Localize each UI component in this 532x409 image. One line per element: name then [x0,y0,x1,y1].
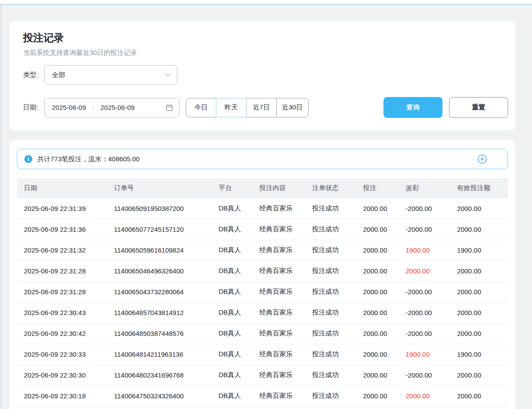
cell-valid_bet: 2000.00 [457,281,508,302]
cell-date: 2025-06-09 22:31:28 [17,261,114,281]
cell-status: 投注成功 [312,198,363,219]
cell-bet: 2000.00 [363,198,406,219]
cell-content: 经典百家乐 [259,344,312,365]
quick-date-last7[interactable]: 近7日 [246,98,277,117]
cell-status: 投注成功 [312,365,363,386]
quick-date-today[interactable]: 今日 [186,98,216,117]
cell-payout: -2000.00 [406,323,457,344]
cell-date: 2025-06-09 22:31:32 [17,240,114,261]
cell-order_no: 1140064814211963136 [114,344,219,365]
cell-order_no: 1140065046496326400 [114,261,219,281]
query-button[interactable]: 查询 [383,97,442,118]
cell-status: 投注成功 [312,240,363,261]
cell-platform: DB真人 [219,386,259,406]
cell-order_no: 1140065043732280064 [114,281,219,302]
table-row: 2025-06-09 22:31:281140065043732280064DB… [17,281,508,302]
cell-date: 2025-06-09 22:30:43 [17,302,114,323]
quick-date-yesterday[interactable]: 昨天 [216,98,246,117]
reset-button[interactable]: 重置 [449,97,508,118]
column-header: 投注 [363,178,406,198]
column-header: 日期 [17,178,114,198]
cell-platform: DB真人 [219,240,259,261]
table-row: 2025-06-09 22:31:391140065091950387200DB… [17,198,508,219]
cell-platform: DB真人 [219,344,259,365]
cell-valid_bet: 2000.00 [457,219,508,240]
cell-date: 2025-06-09 22:31:36 [17,219,114,240]
cell-platform: DB真人 [219,323,259,344]
cell-platform: DB真人 [219,219,259,240]
cell-order_no: 1140065091950387200 [114,198,219,219]
quick-date-last30[interactable]: 近30日 [276,98,309,117]
cell-status: 投注成功 [312,386,363,406]
cell-bet: 2000.00 [363,261,406,281]
cell-content: 经典百家乐 [259,365,312,386]
date-range-input[interactable]: 2025-06-09 - 2025-06-09 [44,98,180,117]
cell-platform: DB真人 [219,198,259,219]
cell-bet: 2000.00 [363,344,406,365]
cell-content: 经典百家乐 [259,302,312,323]
cell-valid_bet: 2000.00 [457,365,508,386]
column-header: 注单状态 [312,178,363,198]
date-separator: - [92,104,94,111]
cell-date: 2025-06-09 22:30:33 [17,344,114,365]
cell-status: 投注成功 [312,302,363,323]
cell-content: 经典百家乐 [259,219,312,240]
cell-platform: DB真人 [219,365,259,386]
column-header: 订单号 [114,178,219,198]
cell-bet: 2000.00 [363,302,406,323]
cell-platform: DB真人 [219,261,259,281]
table-body: 2025-06-09 22:31:391140065091950387200DB… [17,198,508,406]
cell-order_no: 1140064750324326400 [114,386,219,406]
cell-payout: -2000.00 [406,219,457,240]
date-end-value: 2025-06-09 [101,104,135,111]
cell-bet: 2000.00 [363,240,406,261]
cell-valid_bet: 2000.00 [457,302,508,323]
type-select[interactable]: 全部 [44,65,177,85]
cell-date: 2025-06-09 22:31:39 [17,198,114,219]
date-filter-row: 日期: 2025-06-09 - 2025-06-09 今日昨天近7日近30日 … [23,97,508,118]
cell-platform: DB真人 [219,281,259,302]
type-select-value: 全部 [52,71,65,79]
chevron-down-icon [165,71,171,77]
cell-payout: -2000.00 [406,365,457,386]
type-label: 类型: [23,71,44,79]
cell-valid_bet: 1900.00 [457,344,508,365]
cell-payout: -2000.00 [406,302,457,323]
plus-circle-icon[interactable] [477,154,487,164]
column-header: 有效投注额 [457,178,508,198]
results-panel: i 共计773笔投注，流水：408605.00 日期订单号平台投注内容注单状态投… [10,140,515,409]
cell-platform: DB真人 [219,302,259,323]
calendar-icon [166,104,173,111]
filter-panel: 投注记录 当前系统支持查询最近30日的投注记录 类型: 全部 日期: 2025-… [10,21,515,130]
filter-actions: 查询 重置 [383,97,508,118]
cell-status: 投注成功 [312,323,363,344]
cell-order_no: 1140065059616109824 [114,240,219,261]
cell-bet: 2000.00 [363,281,406,302]
cell-valid_bet: 2000.00 [457,198,508,219]
cell-date: 2025-06-09 22:30:18 [17,386,114,406]
column-header: 派彩 [406,178,457,198]
date-start-value: 2025-06-09 [52,104,86,111]
cell-content: 经典百家乐 [259,386,312,406]
cell-valid_bet: 1900.00 [457,240,508,261]
summary-bar: i 共计773笔投注，流水：408605.00 [17,149,508,169]
table-row: 2025-06-09 22:30:431140064857043814912DB… [17,302,508,323]
cell-status: 投注成功 [312,219,363,240]
cell-valid_bet: 2000.00 [457,323,508,344]
cell-order_no: 1140064802341696768 [114,365,219,386]
quick-date-group: 今日昨天近7日近30日 [186,98,309,117]
column-header: 投注内容 [259,178,312,198]
cell-payout: 2000.00 [406,261,457,281]
cell-valid_bet: 2000.00 [457,261,508,281]
cell-content: 经典百家乐 [259,323,312,344]
cell-date: 2025-06-09 22:30:42 [17,323,114,344]
table-row: 2025-06-09 22:30:301140064802341696768DB… [17,365,508,386]
cell-content: 经典百家乐 [259,261,312,281]
cell-date: 2025-06-09 22:30:30 [17,365,114,386]
cell-status: 投注成功 [312,344,363,365]
cell-order_no: 1140064850387448576 [114,323,219,344]
bet-records-table: 日期订单号平台投注内容注单状态投注派彩有效投注额 2025-06-09 22:3… [17,178,508,407]
cell-payout: 2000.00 [406,386,457,406]
cell-order_no: 1140065077245157120 [114,219,219,240]
left-edge-shadow [0,5,2,409]
